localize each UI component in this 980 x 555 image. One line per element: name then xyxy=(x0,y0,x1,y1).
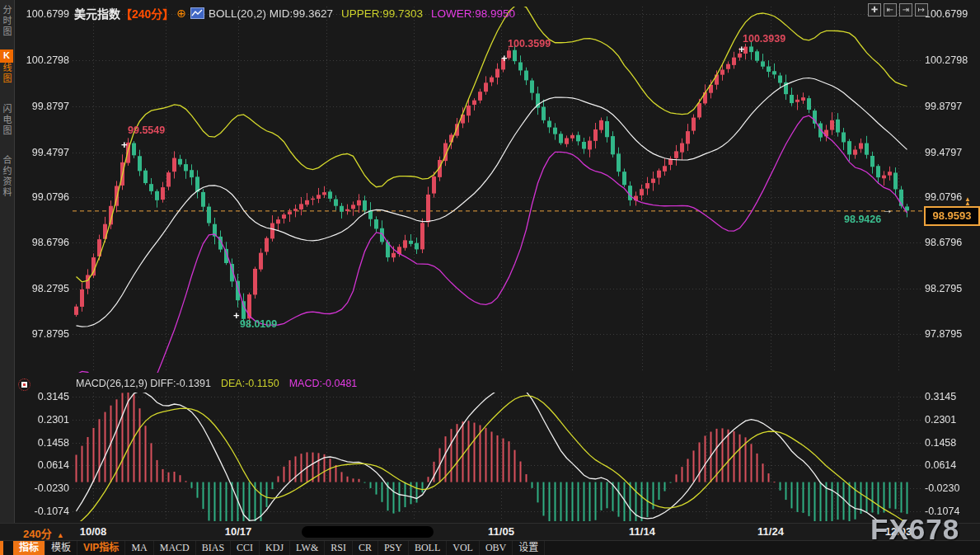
pan-icon[interactable]: ✚ xyxy=(868,3,881,16)
toolbar-tab-OBV[interactable]: OBV xyxy=(480,541,513,555)
macd-hist-value: MACD:-0.0481 xyxy=(289,378,358,389)
sidebar-tab-selected-rest: 线图 xyxy=(2,63,12,84)
price-cross-marker-3: + xyxy=(233,309,240,322)
bottom-toolbar: 指标模板VIP指标MAMACDBIASCCIKDJLW&RSICRPSYBOLL… xyxy=(0,540,980,555)
toolbar-tab-CCI[interactable]: CCI xyxy=(231,541,260,555)
symbol-name: 美元指数 xyxy=(74,7,120,21)
toolbar-tab-MACD[interactable]: MACD xyxy=(154,541,196,555)
price-cross-marker-2: + xyxy=(739,43,745,55)
watermark: FX678 xyxy=(870,513,959,546)
chevron-up-icon: ▲ xyxy=(57,531,64,539)
macd-tick-r-4: -0.0230 xyxy=(925,482,976,494)
toolbar-tab-设置[interactable]: 设置 xyxy=(513,541,545,555)
chart-header: 美元指数【240分】⊕BOLL(20,2) MID:99.3627UPPER:9… xyxy=(74,5,515,21)
price-tick-r-6: 98.2795 xyxy=(925,283,976,294)
price-tick-r-3: 99.4797 xyxy=(925,147,976,158)
price-tick-r-5: 98.6796 xyxy=(925,237,976,248)
scale-right-icon[interactable]: ⇥ xyxy=(899,3,912,16)
macd-dea-value: DEA:-0.1150 xyxy=(221,378,279,389)
price-annotation-98.9426: 98.9426 xyxy=(844,214,881,225)
macd-tick-l-4: -0.0230 xyxy=(21,482,69,494)
toolbar-tab-MA[interactable]: MA xyxy=(125,541,153,555)
window-controls: ✚⇤⇥↦ xyxy=(868,3,928,16)
macd-title: MACD(26,12,9) DIFF:-0.1391 xyxy=(76,378,211,389)
x-axis-date-10/17: 10/17 xyxy=(220,525,256,538)
toolbar-accent-marker xyxy=(0,541,3,555)
add-indicator-icon[interactable]: ⊕ xyxy=(176,7,186,20)
boll-indicator-label: BOLL(20,2) MID:99.3627 xyxy=(209,7,333,19)
price-tick-r-0: 100.6799 xyxy=(925,8,976,20)
app-window: 分时图K线图闪电图合约资料 美元指数【240分】⊕BOLL(20,2) MID:… xyxy=(0,0,980,555)
boll-upper-value: UPPER:99.7303 xyxy=(341,7,423,20)
price-tick-r-7: 97.8795 xyxy=(925,328,976,340)
scroll-latest-icon[interactable]: ▲ ▲ xyxy=(964,197,971,205)
sidebar-tab-分时图[interactable]: 分时图 xyxy=(0,5,14,37)
price-tick-l-4: 99.0796 xyxy=(21,191,69,203)
toolbar-tab-CR[interactable]: CR xyxy=(353,541,378,555)
price-tick-l-0: 100.6799 xyxy=(21,8,69,20)
price-annotation-99.5549: 99.5549 xyxy=(128,125,165,136)
toolbar-tab-BOLL[interactable]: BOLL xyxy=(409,541,447,555)
sidebar-tab-闪电图[interactable]: 闪电图 xyxy=(0,104,14,136)
macd-tick-r-2: 0.1458 xyxy=(925,437,976,449)
x-axis-date-11/05: 11/05 xyxy=(483,525,519,538)
sidebar-tab-合约资料[interactable]: 合约资料 xyxy=(0,155,14,198)
latest-price-pointer-icon: → xyxy=(882,204,893,216)
price-annotation-98.0109: 98.0109 xyxy=(240,318,277,330)
macd-tick-r-0: 0.3145 xyxy=(925,391,976,402)
toolbar-tab-VOL[interactable]: VOL xyxy=(447,541,480,555)
toolbar-tab-RSI[interactable]: RSI xyxy=(325,541,353,555)
period-selector[interactable]: 240分▲ xyxy=(23,525,64,541)
x-axis-date-11/24: 11/24 xyxy=(753,525,789,538)
macd-tick-l-5: -0.1074 xyxy=(21,506,69,517)
toolbar-tab-BIAS[interactable]: BIAS xyxy=(196,541,231,555)
candlestick-chart-canvas[interactable] xyxy=(0,0,980,555)
toolbar-tab-LW&[interactable]: LW& xyxy=(290,541,325,555)
chart-type-icon[interactable] xyxy=(190,7,204,19)
boll-lower-value: LOWER:98.9950 xyxy=(431,7,515,20)
sidebar: 分时图K线图闪电图合约资料 xyxy=(0,0,15,540)
macd-header: MACD(26,12,9) DIFF:-0.1391DEA:-0.1150MAC… xyxy=(76,378,357,389)
macd-tick-r-3: 0.0614 xyxy=(925,459,976,471)
macd-diff-value: DIFF:-0.1391 xyxy=(150,378,211,389)
macd-tick-l-0: 0.3145 xyxy=(21,391,69,402)
toolbar-tab-KDJ[interactable]: KDJ xyxy=(260,541,290,555)
boll-mid-value: MID:99.3627 xyxy=(270,7,333,20)
toolbar-tab-指标[interactable]: 指标 xyxy=(13,541,45,555)
toolbar-tab-PSY[interactable]: PSY xyxy=(378,541,409,555)
macd-tick-l-3: 0.0614 xyxy=(21,459,69,471)
price-tick-l-5: 98.6796 xyxy=(21,237,69,248)
price-tick-r-1: 100.2798 xyxy=(925,54,976,66)
price-tick-l-6: 98.2795 xyxy=(21,283,69,294)
price-tick-l-2: 99.8797 xyxy=(21,101,69,112)
price-annotation-100.3599: 100.3599 xyxy=(508,38,551,49)
sidebar-tab-K线图[interactable]: K线图 xyxy=(0,49,14,84)
price-annotation-100.3939: 100.3939 xyxy=(743,33,785,45)
macd-tick-r-1: 0.2301 xyxy=(925,414,976,426)
x-axis-row: 240分▲ 10/0810/1711/0511/1411/2412/03 xyxy=(0,523,980,541)
macd-tick-l-2: 0.1458 xyxy=(21,437,69,449)
price-tick-l-7: 97.8795 xyxy=(21,328,69,340)
scrollbar-thumb[interactable] xyxy=(302,526,434,538)
x-axis-date-10/08: 10/08 xyxy=(75,525,111,538)
latest-price-box: 98.9593 xyxy=(924,206,980,226)
toolbar-tab-VIP指标[interactable]: VIP指标 xyxy=(77,541,125,555)
price-tick-l-1: 100.2798 xyxy=(21,54,69,66)
price-cross-marker-1: + xyxy=(501,52,508,64)
sidebar-tab-selected-first: K xyxy=(0,49,13,63)
price-tick-l-3: 99.4797 xyxy=(21,147,69,158)
period-label[interactable]: 【240分】 xyxy=(120,7,174,21)
toolbar-tab-模板[interactable]: 模板 xyxy=(45,541,77,555)
price-tick-r-2: 99.8797 xyxy=(925,101,976,112)
macd-tick-l-1: 0.2301 xyxy=(21,414,69,426)
price-cross-marker-0: + xyxy=(121,139,128,151)
x-axis-date-11/14: 11/14 xyxy=(624,525,660,538)
macd-settings-icon[interactable] xyxy=(18,379,30,391)
scale-left-icon[interactable]: ⇤ xyxy=(884,3,897,16)
jump-latest-icon[interactable]: ↦ xyxy=(915,3,928,16)
